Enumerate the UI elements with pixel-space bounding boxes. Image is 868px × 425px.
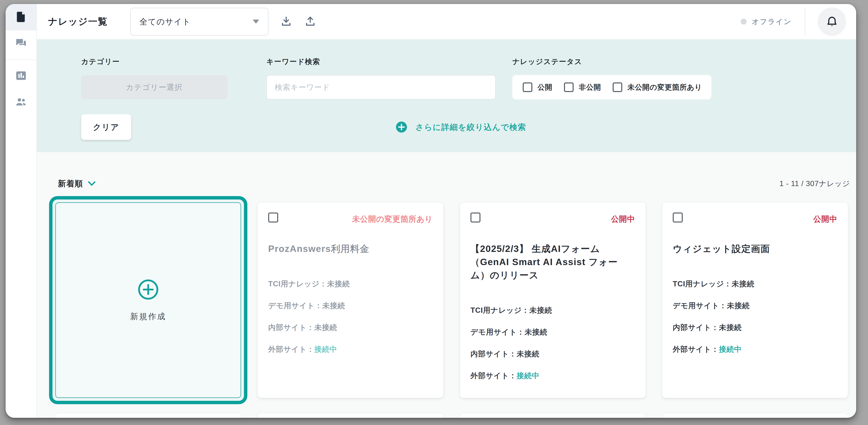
card-title: ProzAnswers利用料金 [268,242,433,255]
knowledge-card-slot: 未公開の変更箇所あり ProzAnswers利用料金 TCI用ナレッジ：未接続 … [257,202,444,398]
connection-row: 外部サイト：接続中 [268,345,433,354]
upload-button[interactable] [304,15,316,28]
knowledge-list-area: 新着順 1 - 11 / 307ナレッジ [37,152,856,418]
knowledge-card[interactable] [662,413,848,418]
advanced-search-link[interactable]: さらに詳細を絞り込んで検索 [396,121,526,133]
status-label: ナレッジステータス [512,57,711,67]
users-icon [14,96,27,109]
create-knowledge-slot: 新規作成 [55,202,241,398]
connection-row: TCI用ナレッジ：未接続 [268,279,433,289]
sort-control[interactable]: 新着順 [58,178,96,189]
offline-label: オフライン [752,17,792,26]
connection-row: デモ用サイト：未接続 [268,301,433,311]
category-label: カテゴリー [81,57,227,67]
card-top-row: 公開中 [673,212,837,225]
sidebar [6,4,37,418]
keyword-label: キーワード検索 [267,57,496,67]
card-top-row: 公開中 [470,212,635,225]
card-checkbox[interactable] [268,212,278,223]
knowledge-card-slot: 公開中 【2025/2/3】 生成AIフォーム（GenAI Smart AI A… [460,202,646,398]
filter-panel: カテゴリー カテゴリー選択 キーワード検索 ナレッジステータス 公開 [37,39,856,152]
topbar-divider [805,8,805,35]
site-filter-value: 全てのサイト [140,16,191,27]
advanced-search-label: さらに詳細を絞り込んで検索 [415,122,526,133]
sort-label: 新着順 [58,178,83,189]
app-window: ナレッジ一覧 全てのサイト [6,4,856,418]
status-badge: 未公開の変更箇所あり [352,214,433,225]
connection-row: 内部サイト：未接続 [470,349,635,359]
plus-circle-icon [396,121,408,133]
knowledge-card[interactable] [460,413,646,418]
chat-icon [14,37,27,51]
connection-row: 外部サイト：接続中 [673,345,837,354]
download-icon [280,15,292,28]
clear-filters-button[interactable]: クリア [81,114,131,140]
sidebar-item-knowledge[interactable] [6,4,36,30]
filter-fields-row: カテゴリー カテゴリー選択 キーワード検索 ナレッジステータス 公開 [81,57,856,99]
result-range-label: 1 - 11 / 307ナレッジ [779,179,850,189]
connection-row: デモ用サイト：未接続 [470,327,635,337]
connection-rows: TCI用ナレッジ：未接続 デモ用サイト：未接続 内部サイト：未接続 外部サイト：… [673,279,837,366]
checkbox-public[interactable] [523,83,532,92]
knowledge-card[interactable]: 未公開の変更箇所あり ProzAnswers利用料金 TCI用ナレッジ：未接続 … [257,202,444,398]
status-badge: 公開中 [611,214,635,225]
create-knowledge-card[interactable]: 新規作成 [55,202,241,398]
bell-icon [825,15,839,28]
status-option-unpublished-changes[interactable]: 未公開の変更箇所あり [613,83,702,92]
site-filter-select[interactable]: 全てのサイト [130,8,268,35]
status-option-public[interactable]: 公開 [523,83,552,92]
offline-dot-icon [741,19,747,25]
category-select-button[interactable]: カテゴリー選択 [81,75,227,99]
document-icon [14,10,27,24]
knowledge-card[interactable] [257,413,444,418]
sidebar-divider [6,60,36,60]
connection-row: デモ用サイト：未接続 [673,301,837,311]
upload-icon [304,15,316,28]
card-top-row: 未公開の変更箇所あり [268,212,433,225]
checkbox-unpublished-changes[interactable] [613,83,622,92]
plus-circle-outline-icon [137,279,159,300]
connection-row: 外部サイト：接続中 [470,371,635,381]
connection-row: 内部サイト：未接続 [673,323,837,332]
notifications-button[interactable] [818,7,846,36]
keyword-search-input[interactable] [267,75,496,99]
knowledge-card-slot: 公開中 ウィジェット設定画面 TCI用ナレッジ：未接続 デモ用サイト：未接続 内… [662,202,848,398]
cards-row-2-partial [37,413,856,418]
status-filter-group: ナレッジステータス 公開 非公開 [512,57,711,99]
filter-actions-row: クリア さらに詳細を絞り込んで検索 [81,114,856,140]
checkbox-private[interactable] [564,83,574,92]
chevron-down-icon [88,181,96,186]
connection-row: TCI用ナレッジ：未接続 [470,305,635,315]
status-option-private[interactable]: 非公開 [564,83,601,92]
connection-rows: TCI用ナレッジ：未接続 デモ用サイト：未接続 内部サイト：未接続 外部サイト：… [470,305,635,393]
knowledge-card[interactable]: 公開中 ウィジェット設定画面 TCI用ナレッジ：未接続 デモ用サイト：未接続 内… [662,202,848,398]
card-title: ウィジェット設定画面 [673,242,837,255]
knowledge-card[interactable] [55,413,241,418]
sidebar-item-analytics[interactable] [6,63,36,89]
keyword-filter-group: キーワード検索 [267,57,496,99]
bar-chart-icon [14,69,27,83]
create-knowledge-label: 新規作成 [130,311,166,322]
card-checkbox[interactable] [470,212,480,223]
connection-row: TCI用ナレッジ：未接続 [673,279,837,289]
status-badge: 公開中 [813,214,837,225]
category-filter-group: カテゴリー カテゴリー選択 [81,57,227,99]
highlight-ring: 新規作成 [49,196,247,404]
cards-row: 新規作成 未公開の変更箇所あり ProzAnswers利用料金 [37,202,856,398]
card-checkbox[interactable] [673,212,683,223]
sidebar-item-chat[interactable] [6,30,36,57]
page-title: ナレッジ一覧 [48,15,108,28]
screenshot-root: ナレッジ一覧 全てのサイト [0,0,868,425]
knowledge-card[interactable]: 公開中 【2025/2/3】 生成AIフォーム（GenAI Smart AI A… [460,202,646,398]
download-button[interactable] [280,15,292,28]
connection-row: 内部サイト：未接続 [268,323,433,332]
card-title: 【2025/2/3】 生成AIフォーム（GenAI Smart AI Assis… [470,242,635,282]
connection-rows: TCI用ナレッジ：未接続 デモ用サイト：未接続 内部サイト：未接続 外部サイト：… [268,279,433,366]
sidebar-item-users[interactable] [6,89,36,116]
main-area: ナレッジ一覧 全てのサイト [37,4,856,418]
list-header: 新着順 1 - 11 / 307ナレッジ [37,178,856,189]
chevron-down-icon [253,20,259,24]
top-bar: ナレッジ一覧 全てのサイト [37,4,856,39]
connection-status: オフライン [741,17,792,26]
status-options-box: 公開 非公開 未公開の変更箇所あり [512,75,711,99]
